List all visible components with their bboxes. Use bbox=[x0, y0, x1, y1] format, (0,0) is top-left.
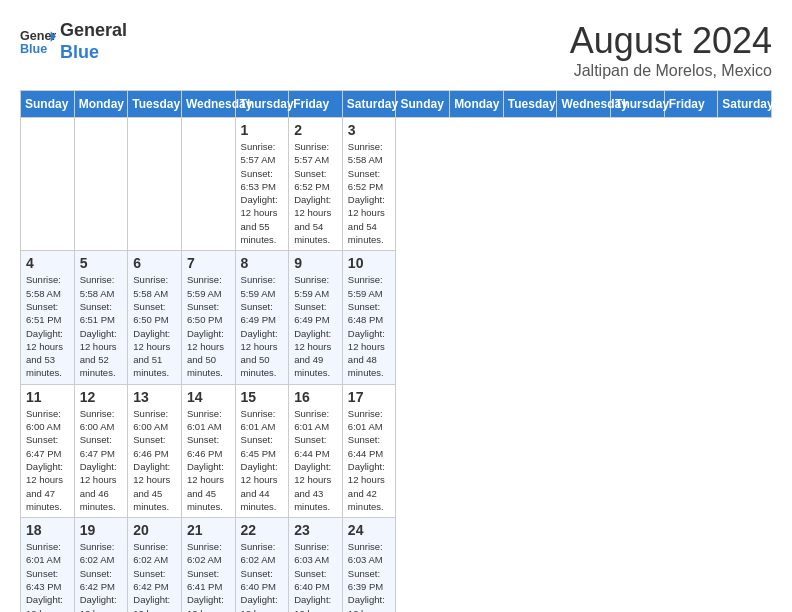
calendar-cell bbox=[21, 118, 75, 251]
page-header: General Blue GeneralBlue August 2024 Jal… bbox=[20, 20, 772, 80]
day-number: 8 bbox=[241, 255, 284, 271]
weekday-header-thursday: Thursday bbox=[235, 91, 289, 118]
calendar-header-row: SundayMondayTuesdayWednesdayThursdayFrid… bbox=[21, 91, 772, 118]
week-row-2: 4Sunrise: 5:58 AM Sunset: 6:51 PM Daylig… bbox=[21, 251, 772, 384]
day-info: Sunrise: 5:57 AM Sunset: 6:52 PM Dayligh… bbox=[294, 140, 337, 246]
day-number: 20 bbox=[133, 522, 176, 538]
logo-icon: General Blue bbox=[20, 24, 56, 60]
calendar-cell: 2Sunrise: 5:57 AM Sunset: 6:52 PM Daylig… bbox=[289, 118, 343, 251]
weekday-header-saturday: Saturday bbox=[342, 91, 396, 118]
logo-text: GeneralBlue bbox=[60, 20, 127, 63]
day-info: Sunrise: 6:00 AM Sunset: 6:47 PM Dayligh… bbox=[26, 407, 69, 513]
calendar-cell: 11Sunrise: 6:00 AM Sunset: 6:47 PM Dayli… bbox=[21, 384, 75, 517]
day-number: 10 bbox=[348, 255, 391, 271]
calendar-cell: 18Sunrise: 6:01 AM Sunset: 6:43 PM Dayli… bbox=[21, 518, 75, 612]
weekday-header-sunday: Sunday bbox=[396, 91, 450, 118]
day-info: Sunrise: 6:00 AM Sunset: 6:47 PM Dayligh… bbox=[80, 407, 123, 513]
weekday-header-saturday: Saturday bbox=[718, 91, 772, 118]
day-info: Sunrise: 5:59 AM Sunset: 6:49 PM Dayligh… bbox=[294, 273, 337, 379]
weekday-header-wednesday: Wednesday bbox=[181, 91, 235, 118]
calendar-cell: 13Sunrise: 6:00 AM Sunset: 6:46 PM Dayli… bbox=[128, 384, 182, 517]
day-number: 4 bbox=[26, 255, 69, 271]
svg-text:Blue: Blue bbox=[20, 41, 47, 55]
day-number: 11 bbox=[26, 389, 69, 405]
calendar-cell: 7Sunrise: 5:59 AM Sunset: 6:50 PM Daylig… bbox=[181, 251, 235, 384]
day-info: Sunrise: 5:59 AM Sunset: 6:48 PM Dayligh… bbox=[348, 273, 391, 379]
day-number: 2 bbox=[294, 122, 337, 138]
day-number: 1 bbox=[241, 122, 284, 138]
calendar-cell: 20Sunrise: 6:02 AM Sunset: 6:42 PM Dayli… bbox=[128, 518, 182, 612]
weekday-header-friday: Friday bbox=[664, 91, 718, 118]
calendar-cell: 9Sunrise: 5:59 AM Sunset: 6:49 PM Daylig… bbox=[289, 251, 343, 384]
logo: General Blue GeneralBlue bbox=[20, 20, 127, 63]
weekday-header-friday: Friday bbox=[289, 91, 343, 118]
calendar-cell: 6Sunrise: 5:58 AM Sunset: 6:50 PM Daylig… bbox=[128, 251, 182, 384]
calendar-cell: 12Sunrise: 6:00 AM Sunset: 6:47 PM Dayli… bbox=[74, 384, 128, 517]
day-number: 19 bbox=[80, 522, 123, 538]
month-title: August 2024 bbox=[570, 20, 772, 62]
calendar-cell: 8Sunrise: 5:59 AM Sunset: 6:49 PM Daylig… bbox=[235, 251, 289, 384]
weekday-header-wednesday: Wednesday bbox=[557, 91, 611, 118]
day-number: 24 bbox=[348, 522, 391, 538]
day-info: Sunrise: 5:59 AM Sunset: 6:50 PM Dayligh… bbox=[187, 273, 230, 379]
day-info: Sunrise: 5:58 AM Sunset: 6:51 PM Dayligh… bbox=[80, 273, 123, 379]
day-number: 22 bbox=[241, 522, 284, 538]
week-row-4: 18Sunrise: 6:01 AM Sunset: 6:43 PM Dayli… bbox=[21, 518, 772, 612]
calendar-cell: 23Sunrise: 6:03 AM Sunset: 6:40 PM Dayli… bbox=[289, 518, 343, 612]
day-number: 18 bbox=[26, 522, 69, 538]
day-number: 15 bbox=[241, 389, 284, 405]
weekday-header-monday: Monday bbox=[74, 91, 128, 118]
day-number: 5 bbox=[80, 255, 123, 271]
day-info: Sunrise: 6:03 AM Sunset: 6:40 PM Dayligh… bbox=[294, 540, 337, 612]
day-info: Sunrise: 6:01 AM Sunset: 6:44 PM Dayligh… bbox=[348, 407, 391, 513]
day-number: 23 bbox=[294, 522, 337, 538]
day-info: Sunrise: 6:02 AM Sunset: 6:42 PM Dayligh… bbox=[133, 540, 176, 612]
calendar-cell bbox=[181, 118, 235, 251]
day-info: Sunrise: 5:58 AM Sunset: 6:50 PM Dayligh… bbox=[133, 273, 176, 379]
weekday-header-thursday: Thursday bbox=[611, 91, 665, 118]
day-number: 13 bbox=[133, 389, 176, 405]
location: Jaltipan de Morelos, Mexico bbox=[570, 62, 772, 80]
title-block: August 2024 Jaltipan de Morelos, Mexico bbox=[570, 20, 772, 80]
day-info: Sunrise: 5:59 AM Sunset: 6:49 PM Dayligh… bbox=[241, 273, 284, 379]
day-info: Sunrise: 6:01 AM Sunset: 6:46 PM Dayligh… bbox=[187, 407, 230, 513]
day-number: 6 bbox=[133, 255, 176, 271]
day-info: Sunrise: 6:01 AM Sunset: 6:44 PM Dayligh… bbox=[294, 407, 337, 513]
day-info: Sunrise: 6:01 AM Sunset: 6:43 PM Dayligh… bbox=[26, 540, 69, 612]
week-row-3: 11Sunrise: 6:00 AM Sunset: 6:47 PM Dayli… bbox=[21, 384, 772, 517]
calendar-cell bbox=[128, 118, 182, 251]
day-info: Sunrise: 6:01 AM Sunset: 6:45 PM Dayligh… bbox=[241, 407, 284, 513]
day-number: 3 bbox=[348, 122, 391, 138]
day-info: Sunrise: 6:02 AM Sunset: 6:42 PM Dayligh… bbox=[80, 540, 123, 612]
day-number: 17 bbox=[348, 389, 391, 405]
weekday-header-tuesday: Tuesday bbox=[128, 91, 182, 118]
calendar-cell: 4Sunrise: 5:58 AM Sunset: 6:51 PM Daylig… bbox=[21, 251, 75, 384]
calendar-cell: 1Sunrise: 5:57 AM Sunset: 6:53 PM Daylig… bbox=[235, 118, 289, 251]
day-info: Sunrise: 6:02 AM Sunset: 6:40 PM Dayligh… bbox=[241, 540, 284, 612]
day-number: 21 bbox=[187, 522, 230, 538]
calendar-cell: 19Sunrise: 6:02 AM Sunset: 6:42 PM Dayli… bbox=[74, 518, 128, 612]
calendar-cell: 10Sunrise: 5:59 AM Sunset: 6:48 PM Dayli… bbox=[342, 251, 396, 384]
day-info: Sunrise: 5:58 AM Sunset: 6:52 PM Dayligh… bbox=[348, 140, 391, 246]
weekday-header-tuesday: Tuesday bbox=[503, 91, 557, 118]
day-number: 9 bbox=[294, 255, 337, 271]
calendar-cell: 21Sunrise: 6:02 AM Sunset: 6:41 PM Dayli… bbox=[181, 518, 235, 612]
day-info: Sunrise: 6:00 AM Sunset: 6:46 PM Dayligh… bbox=[133, 407, 176, 513]
day-info: Sunrise: 5:57 AM Sunset: 6:53 PM Dayligh… bbox=[241, 140, 284, 246]
calendar-cell: 3Sunrise: 5:58 AM Sunset: 6:52 PM Daylig… bbox=[342, 118, 396, 251]
week-row-1: 1Sunrise: 5:57 AM Sunset: 6:53 PM Daylig… bbox=[21, 118, 772, 251]
calendar-cell bbox=[74, 118, 128, 251]
day-number: 16 bbox=[294, 389, 337, 405]
day-info: Sunrise: 6:03 AM Sunset: 6:39 PM Dayligh… bbox=[348, 540, 391, 612]
day-number: 14 bbox=[187, 389, 230, 405]
calendar-table: SundayMondayTuesdayWednesdayThursdayFrid… bbox=[20, 90, 772, 612]
day-info: Sunrise: 5:58 AM Sunset: 6:51 PM Dayligh… bbox=[26, 273, 69, 379]
calendar-cell: 14Sunrise: 6:01 AM Sunset: 6:46 PM Dayli… bbox=[181, 384, 235, 517]
calendar-cell: 24Sunrise: 6:03 AM Sunset: 6:39 PM Dayli… bbox=[342, 518, 396, 612]
day-number: 7 bbox=[187, 255, 230, 271]
weekday-header-monday: Monday bbox=[450, 91, 504, 118]
calendar-cell: 16Sunrise: 6:01 AM Sunset: 6:44 PM Dayli… bbox=[289, 384, 343, 517]
calendar-cell: 5Sunrise: 5:58 AM Sunset: 6:51 PM Daylig… bbox=[74, 251, 128, 384]
calendar-cell: 17Sunrise: 6:01 AM Sunset: 6:44 PM Dayli… bbox=[342, 384, 396, 517]
calendar-cell: 22Sunrise: 6:02 AM Sunset: 6:40 PM Dayli… bbox=[235, 518, 289, 612]
